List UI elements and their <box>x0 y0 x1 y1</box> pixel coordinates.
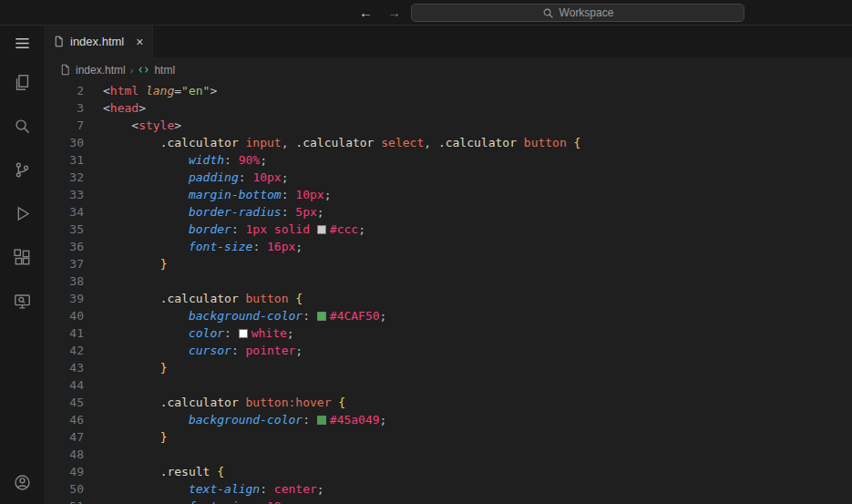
code-line[interactable]: 49 .result { <box>44 463 852 480</box>
editor[interactable]: 2<html lang="en">3<head>7 <style>30 .cal… <box>44 82 852 504</box>
code-text: } <box>84 255 167 273</box>
line-number: 36 <box>44 238 84 255</box>
code-text: margin-bottom: 10px; <box>84 186 331 203</box>
file-icon <box>53 36 65 47</box>
account-button[interactable] <box>0 460 44 504</box>
code-line[interactable]: 2<html lang="en"> <box>44 82 852 99</box>
code-line[interactable]: 31 width: 90%; <box>44 151 852 169</box>
sidebar-item-search[interactable] <box>0 104 44 148</box>
code-text: background-color: #4CAF50; <box>84 307 386 324</box>
code-line[interactable]: 48 <box>44 446 852 463</box>
tab-label: index.html <box>70 35 124 48</box>
code-line[interactable]: 32 padding: 10px; <box>44 169 852 186</box>
code-line[interactable]: 30 .calculator input, .calculator select… <box>44 134 852 151</box>
line-number: 30 <box>44 134 84 151</box>
code-line[interactable]: 39 .calculator button { <box>44 290 852 307</box>
code-line[interactable]: 41 color: white; <box>44 324 852 342</box>
editor-group: index.html × index.html › html 2<html la… <box>44 26 852 504</box>
breadcrumb-symbol[interactable]: html <box>154 64 175 77</box>
search-icon <box>14 118 31 135</box>
line-number: 3 <box>44 99 84 117</box>
line-number: 7 <box>44 117 84 134</box>
code-line[interactable]: 51 font-size: 18px; <box>44 498 852 504</box>
line-number: 39 <box>44 290 84 307</box>
code-line[interactable]: 46 background-color: #45a049; <box>44 411 852 428</box>
line-number: 45 <box>44 394 84 411</box>
close-icon[interactable]: × <box>136 36 143 48</box>
menu-icon <box>14 35 31 52</box>
code-line[interactable]: 3<head> <box>44 99 852 117</box>
vscode-window: ← → Workspace <box>0 0 852 504</box>
line-number: 51 <box>44 498 84 504</box>
code-line[interactable]: 33 margin-bottom: 10px; <box>44 186 852 203</box>
code-line[interactable]: 37 } <box>44 255 852 273</box>
workspace-search-label: Workspace <box>559 6 614 19</box>
code-text: .calculator button { <box>84 290 303 307</box>
line-number: 31 <box>44 151 84 169</box>
line-number: 41 <box>44 324 84 342</box>
code-text: font-size: 16px; <box>84 238 303 255</box>
code-line[interactable]: 36 font-size: 16px; <box>44 238 852 255</box>
file-icon <box>59 64 71 76</box>
line-number: 35 <box>44 221 84 238</box>
code-line[interactable]: 45 .calculator button:hover { <box>44 394 852 411</box>
forward-icon[interactable]: → <box>387 5 401 20</box>
code-line[interactable]: 40 background-color: #4CAF50; <box>44 307 852 324</box>
code-text: <html lang="en"> <box>84 82 217 99</box>
history-navigation: ← → <box>359 0 401 25</box>
breadcrumb-file[interactable]: index.html <box>76 64 126 77</box>
code-line[interactable]: 44 <box>44 376 852 394</box>
code-line[interactable]: 38 <box>44 273 852 290</box>
sidebar-item-explorer[interactable] <box>0 60 44 104</box>
extensions-icon <box>14 249 31 266</box>
code-line[interactable]: 50 text-align: center; <box>44 480 852 498</box>
sidebar-item-extensions[interactable] <box>0 235 44 279</box>
menu-button[interactable] <box>0 26 44 60</box>
line-number: 2 <box>44 82 84 99</box>
back-icon[interactable]: ← <box>359 5 373 20</box>
code-text: padding: 10px; <box>84 169 289 186</box>
code-line[interactable]: 34 border-radius: 5px; <box>44 203 852 221</box>
code-text: cursor: pointer; <box>84 342 303 359</box>
code-text: text-align: center; <box>84 480 324 498</box>
account-icon <box>14 474 31 491</box>
code-line[interactable]: 7 <style> <box>44 117 852 134</box>
code-text: } <box>84 359 167 376</box>
code-text: border-radius: 5px; <box>84 203 324 221</box>
code-text: background-color: #45a049; <box>84 411 386 428</box>
code-text: <head> <box>84 99 146 117</box>
line-number: 32 <box>44 169 84 186</box>
tab-bar: index.html × <box>44 26 852 57</box>
sidebar-item-live-preview[interactable] <box>0 279 44 323</box>
live-preview-icon <box>14 293 31 310</box>
search-icon <box>542 7 554 19</box>
chevron-right-icon: › <box>130 65 134 76</box>
code-text: width: 90%; <box>84 151 267 169</box>
code-line[interactable]: 47 } <box>44 428 852 446</box>
activity-bar <box>0 26 44 504</box>
sidebar-item-source-control[interactable] <box>0 148 44 191</box>
code-line[interactable]: 42 cursor: pointer; <box>44 342 852 359</box>
color-swatch[interactable] <box>317 416 326 425</box>
workspace-search-box[interactable]: Workspace <box>411 4 744 22</box>
title-bar: ← → Workspace <box>0 0 852 26</box>
code-text: .result { <box>84 463 224 480</box>
color-swatch[interactable] <box>317 312 326 321</box>
line-number: 48 <box>44 446 84 463</box>
color-swatch[interactable] <box>239 329 248 338</box>
sidebar-item-run-debug[interactable] <box>0 191 44 235</box>
line-number: 43 <box>44 359 84 376</box>
breadcrumb: index.html › html <box>44 57 852 82</box>
code-line[interactable]: 35 border: 1px solid #ccc; <box>44 221 852 238</box>
line-number: 46 <box>44 411 84 428</box>
line-number: 50 <box>44 480 84 498</box>
html-symbol-icon <box>138 64 149 76</box>
code-text <box>84 446 103 463</box>
code-line[interactable]: 43 } <box>44 359 852 376</box>
tab-index-html[interactable]: index.html × <box>44 26 153 57</box>
code-text <box>84 273 103 290</box>
color-swatch[interactable] <box>317 225 326 234</box>
code-text: <style> <box>84 117 181 134</box>
line-number: 40 <box>44 307 84 324</box>
run-debug-icon <box>14 205 31 222</box>
